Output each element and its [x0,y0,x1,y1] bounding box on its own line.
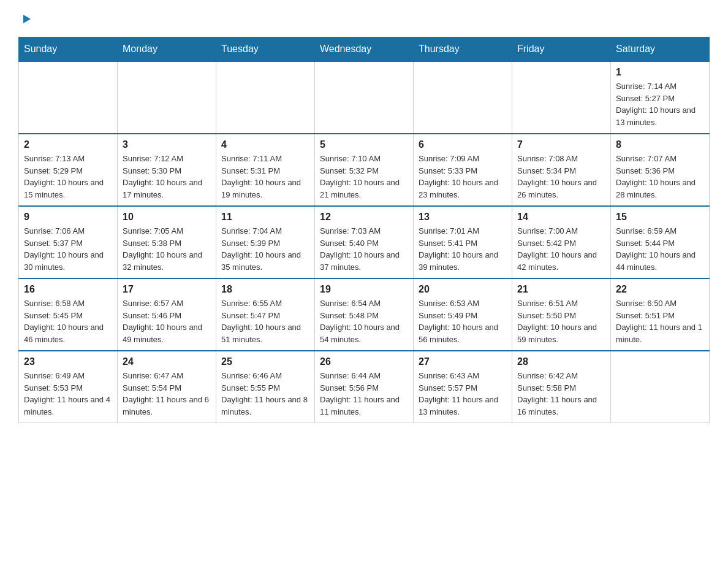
calendar-day-cell: 2Sunrise: 7:13 AM Sunset: 5:29 PM Daylig… [19,134,118,206]
calendar-day-cell: 3Sunrise: 7:12 AM Sunset: 5:30 PM Daylig… [118,134,216,206]
day-info: Sunrise: 7:10 AM Sunset: 5:32 PM Dayligh… [320,153,408,201]
day-number: 13 [419,212,507,223]
day-number: 16 [24,284,112,295]
calendar-day-cell: 22Sunrise: 6:50 AM Sunset: 5:51 PM Dayli… [611,278,710,351]
day-info: Sunrise: 7:00 AM Sunset: 5:42 PM Dayligh… [517,225,605,273]
day-number: 11 [221,212,309,223]
day-number: 26 [320,356,408,367]
calendar-day-cell: 11Sunrise: 7:04 AM Sunset: 5:39 PM Dayli… [216,206,315,278]
calendar-day-cell: 6Sunrise: 7:09 AM Sunset: 5:33 PM Daylig… [414,134,512,206]
day-info: Sunrise: 7:01 AM Sunset: 5:41 PM Dayligh… [419,225,507,273]
day-of-week-header: Saturday [611,37,710,62]
day-info: Sunrise: 7:04 AM Sunset: 5:39 PM Dayligh… [221,225,309,273]
day-number: 1 [616,67,704,78]
day-info: Sunrise: 7:09 AM Sunset: 5:33 PM Dayligh… [419,153,507,201]
day-info: Sunrise: 6:53 AM Sunset: 5:49 PM Dayligh… [419,297,507,345]
day-info: Sunrise: 7:06 AM Sunset: 5:37 PM Dayligh… [24,225,112,273]
calendar-day-cell: 16Sunrise: 6:58 AM Sunset: 5:45 PM Dayli… [19,278,118,351]
day-number: 15 [616,212,704,223]
day-number: 4 [221,139,309,150]
day-number: 28 [517,356,605,367]
calendar-week-row: 9Sunrise: 7:06 AM Sunset: 5:37 PM Daylig… [19,206,710,278]
day-info: Sunrise: 6:50 AM Sunset: 5:51 PM Dayligh… [616,297,704,345]
day-number: 18 [221,284,309,295]
day-number: 7 [517,139,605,150]
svg-marker-0 [23,15,31,23]
day-number: 8 [616,139,704,150]
calendar-week-row: 16Sunrise: 6:58 AM Sunset: 5:45 PM Dayli… [19,278,710,351]
day-number: 14 [517,212,605,223]
calendar-day-cell [414,61,512,134]
calendar-day-cell [118,61,216,134]
calendar-day-cell [216,61,315,134]
day-info: Sunrise: 6:51 AM Sunset: 5:50 PM Dayligh… [517,297,605,345]
day-info: Sunrise: 6:58 AM Sunset: 5:45 PM Dayligh… [24,297,112,345]
calendar-week-row: 1Sunrise: 7:14 AM Sunset: 5:27 PM Daylig… [19,61,710,134]
calendar-day-cell: 9Sunrise: 7:06 AM Sunset: 5:37 PM Daylig… [19,206,118,278]
calendar-day-cell: 5Sunrise: 7:10 AM Sunset: 5:32 PM Daylig… [315,134,414,206]
calendar-day-cell [315,61,414,134]
day-info: Sunrise: 6:43 AM Sunset: 5:57 PM Dayligh… [419,370,507,418]
calendar-week-row: 2Sunrise: 7:13 AM Sunset: 5:29 PM Daylig… [19,134,710,206]
day-number: 20 [419,284,507,295]
calendar-day-cell: 18Sunrise: 6:55 AM Sunset: 5:47 PM Dayli… [216,278,315,351]
day-number: 10 [123,212,211,223]
day-info: Sunrise: 6:54 AM Sunset: 5:48 PM Dayligh… [320,297,408,345]
calendar-table: SundayMondayTuesdayWednesdayThursdayFrid… [18,37,710,423]
calendar-day-cell: 4Sunrise: 7:11 AM Sunset: 5:31 PM Daylig… [216,134,315,206]
calendar-day-cell [611,351,710,423]
day-info: Sunrise: 6:47 AM Sunset: 5:54 PM Dayligh… [123,370,211,418]
day-number: 19 [320,284,408,295]
calendar-day-cell: 15Sunrise: 6:59 AM Sunset: 5:44 PM Dayli… [611,206,710,278]
day-of-week-header: Monday [118,37,216,62]
calendar-day-cell: 1Sunrise: 7:14 AM Sunset: 5:27 PM Daylig… [611,61,710,134]
day-info: Sunrise: 7:08 AM Sunset: 5:34 PM Dayligh… [517,153,605,201]
day-of-week-header: Sunday [19,37,118,62]
day-info: Sunrise: 6:42 AM Sunset: 5:58 PM Dayligh… [517,370,605,418]
page-header [18,12,710,26]
calendar-day-cell: 20Sunrise: 6:53 AM Sunset: 5:49 PM Dayli… [414,278,512,351]
calendar-day-cell: 10Sunrise: 7:05 AM Sunset: 5:38 PM Dayli… [118,206,216,278]
calendar-day-cell: 7Sunrise: 7:08 AM Sunset: 5:34 PM Daylig… [512,134,611,206]
calendar-day-cell: 17Sunrise: 6:57 AM Sunset: 5:46 PM Dayli… [118,278,216,351]
calendar-day-cell: 19Sunrise: 6:54 AM Sunset: 5:48 PM Dayli… [315,278,414,351]
calendar-day-cell: 24Sunrise: 6:47 AM Sunset: 5:54 PM Dayli… [118,351,216,423]
calendar-day-cell [19,61,118,134]
logo-arrow-icon [20,12,33,26]
calendar-day-cell: 26Sunrise: 6:44 AM Sunset: 5:56 PM Dayli… [315,351,414,423]
day-of-week-header: Friday [512,37,611,62]
day-number: 2 [24,139,112,150]
day-info: Sunrise: 7:07 AM Sunset: 5:36 PM Dayligh… [616,153,704,201]
logo [18,12,33,26]
day-info: Sunrise: 6:49 AM Sunset: 5:53 PM Dayligh… [24,370,112,418]
calendar-day-cell: 12Sunrise: 7:03 AM Sunset: 5:40 PM Dayli… [315,206,414,278]
day-info: Sunrise: 7:11 AM Sunset: 5:31 PM Dayligh… [221,153,309,201]
day-info: Sunrise: 7:12 AM Sunset: 5:30 PM Dayligh… [123,153,211,201]
calendar-week-row: 23Sunrise: 6:49 AM Sunset: 5:53 PM Dayli… [19,351,710,423]
day-info: Sunrise: 7:14 AM Sunset: 5:27 PM Dayligh… [616,80,704,128]
calendar-header-row: SundayMondayTuesdayWednesdayThursdayFrid… [19,37,710,62]
day-number: 25 [221,356,309,367]
day-of-week-header: Thursday [414,37,512,62]
day-info: Sunrise: 7:13 AM Sunset: 5:29 PM Dayligh… [24,153,112,201]
day-number: 22 [616,284,704,295]
day-info: Sunrise: 6:59 AM Sunset: 5:44 PM Dayligh… [616,225,704,273]
day-number: 9 [24,212,112,223]
day-number: 6 [419,139,507,150]
day-number: 24 [123,356,211,367]
day-number: 17 [123,284,211,295]
day-number: 21 [517,284,605,295]
calendar-day-cell: 25Sunrise: 6:46 AM Sunset: 5:55 PM Dayli… [216,351,315,423]
calendar-day-cell: 28Sunrise: 6:42 AM Sunset: 5:58 PM Dayli… [512,351,611,423]
calendar-day-cell: 14Sunrise: 7:00 AM Sunset: 5:42 PM Dayli… [512,206,611,278]
day-info: Sunrise: 6:57 AM Sunset: 5:46 PM Dayligh… [123,297,211,345]
day-number: 12 [320,212,408,223]
calendar-day-cell [512,61,611,134]
day-number: 3 [123,139,211,150]
day-info: Sunrise: 6:46 AM Sunset: 5:55 PM Dayligh… [221,370,309,418]
day-number: 5 [320,139,408,150]
day-of-week-header: Wednesday [315,37,414,62]
calendar-day-cell: 27Sunrise: 6:43 AM Sunset: 5:57 PM Dayli… [414,351,512,423]
calendar-day-cell: 23Sunrise: 6:49 AM Sunset: 5:53 PM Dayli… [19,351,118,423]
day-info: Sunrise: 6:55 AM Sunset: 5:47 PM Dayligh… [221,297,309,345]
